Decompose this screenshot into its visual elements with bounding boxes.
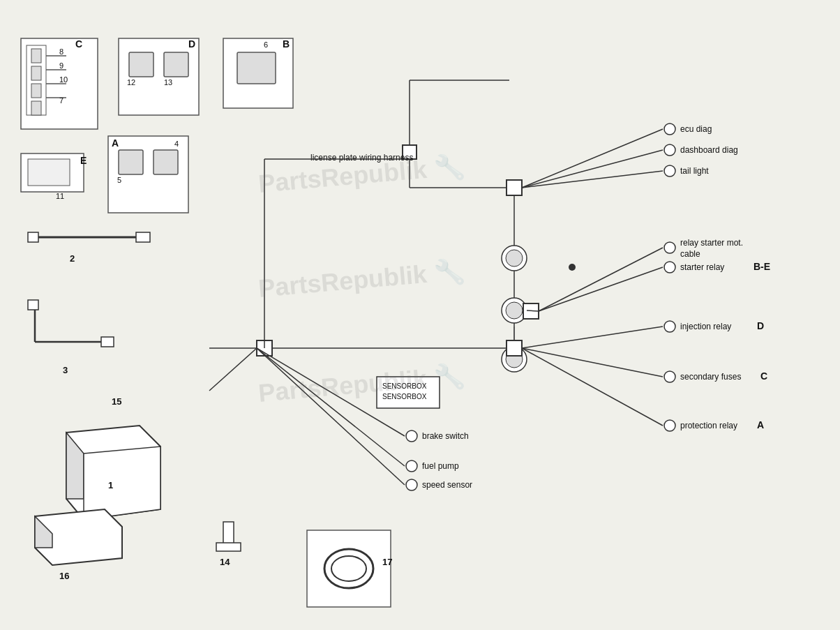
svg-text:11: 11 (56, 192, 64, 200)
svg-line-67 (522, 150, 663, 188)
svg-rect-31 (153, 150, 178, 174)
svg-text:A: A (112, 137, 119, 149)
svg-text:10: 10 (59, 75, 68, 84)
svg-rect-16 (129, 52, 153, 77)
svg-rect-37 (136, 232, 150, 242)
svg-point-57 (331, 556, 366, 581)
svg-text:1: 1 (108, 480, 113, 490)
svg-rect-5 (31, 101, 41, 115)
svg-point-71 (664, 144, 675, 156)
svg-rect-30 (119, 150, 143, 174)
svg-text:4: 4 (174, 140, 179, 148)
svg-text:D: D (757, 320, 764, 331)
svg-point-105 (664, 371, 675, 382)
svg-text:SENSORBOX: SENSORBOX (382, 393, 427, 400)
main-container: PartsRepublik 🔧 PartsRepublik 🔧 PartsRep… (0, 0, 840, 630)
svg-rect-63 (507, 180, 522, 195)
svg-line-84 (539, 248, 663, 311)
wiring-diagram-svg: 8 9 10 7 C 12 13 D B 6 11 E 5 4 A 2 (0, 0, 840, 630)
svg-rect-36 (28, 232, 38, 242)
svg-line-82 (527, 310, 539, 311)
svg-line-85 (539, 267, 663, 311)
svg-text:7: 7 (59, 96, 63, 105)
svg-line-99 (522, 327, 663, 348)
svg-text:dashboard diag: dashboard diag (680, 145, 738, 155)
svg-text:6: 6 (264, 40, 268, 49)
svg-rect-22 (237, 52, 276, 84)
svg-text:fuel pump: fuel pump (422, 461, 459, 471)
svg-rect-26 (28, 159, 70, 186)
svg-text:8: 8 (59, 47, 63, 56)
svg-point-123 (406, 479, 417, 490)
svg-line-115 (257, 348, 405, 485)
svg-text:starter relay: starter relay (680, 262, 724, 272)
svg-text:16: 16 (59, 571, 69, 581)
svg-point-121 (406, 460, 417, 472)
svg-text:2: 2 (70, 253, 75, 264)
svg-point-73 (664, 165, 675, 177)
svg-point-69 (664, 123, 675, 135)
svg-point-89 (664, 262, 675, 273)
svg-rect-41 (28, 300, 38, 310)
svg-text:C: C (75, 38, 82, 50)
svg-text:relay starter mot.: relay starter mot. (680, 238, 743, 248)
svg-text:license plate wiring harness: license plate wiring harness (310, 153, 413, 163)
svg-point-77 (506, 250, 523, 267)
svg-text:13: 13 (164, 78, 172, 87)
svg-text:E: E (80, 155, 87, 166)
svg-text:B: B (283, 38, 290, 50)
svg-point-108 (664, 420, 675, 431)
svg-text:protection relay: protection relay (680, 421, 737, 430)
svg-text:brake switch: brake switch (422, 431, 469, 441)
svg-text:14: 14 (220, 557, 230, 567)
svg-rect-3 (31, 66, 41, 80)
svg-point-86 (664, 242, 675, 253)
svg-text:injection relay: injection relay (680, 322, 731, 331)
svg-rect-42 (101, 337, 114, 347)
svg-line-100 (522, 348, 663, 377)
svg-text:9: 9 (59, 61, 63, 70)
svg-text:tail light: tail light (680, 166, 709, 176)
svg-text:ecu diag: ecu diag (680, 124, 712, 134)
svg-text:12: 12 (127, 78, 135, 87)
svg-text:5: 5 (117, 176, 121, 184)
svg-text:cable: cable (680, 249, 700, 259)
svg-text:B-E: B-E (753, 261, 770, 272)
svg-rect-4 (31, 84, 41, 98)
svg-point-119 (406, 430, 417, 442)
svg-point-83 (569, 264, 576, 271)
svg-rect-96 (507, 340, 522, 356)
svg-point-80 (506, 302, 523, 319)
svg-line-112 (209, 348, 257, 391)
svg-text:A: A (757, 419, 764, 430)
svg-line-101 (522, 348, 663, 426)
svg-point-102 (664, 321, 675, 332)
svg-rect-53 (216, 543, 241, 551)
svg-text:speed sensor: speed sensor (422, 480, 472, 490)
svg-marker-47 (84, 447, 160, 520)
svg-text:D: D (188, 38, 195, 50)
svg-rect-2 (31, 49, 41, 63)
svg-text:secondary fuses: secondary fuses (680, 372, 741, 382)
svg-text:15: 15 (112, 396, 121, 407)
svg-rect-17 (164, 52, 188, 77)
svg-text:C: C (760, 370, 767, 382)
svg-text:17: 17 (382, 557, 392, 567)
svg-text:3: 3 (63, 365, 68, 375)
svg-text:SENSORBOX: SENSORBOX (382, 382, 427, 390)
